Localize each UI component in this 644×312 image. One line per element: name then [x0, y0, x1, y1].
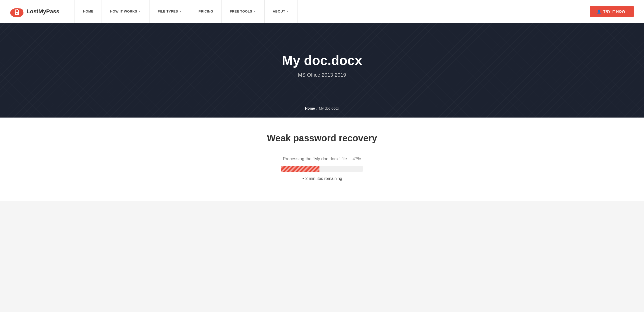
main-nav: HOME HOW IT WORKS ▼ FILE TYPES ▼ PRICING… — [75, 0, 589, 23]
progress-bar-fill — [281, 166, 319, 172]
breadcrumb-separator: / — [316, 106, 317, 110]
chevron-down-icon: ▼ — [139, 10, 141, 13]
logo-icon — [10, 6, 23, 17]
breadcrumb-home-link[interactable]: Home — [305, 106, 315, 110]
nav-item-home[interactable]: HOME — [75, 0, 102, 23]
progress-bar-container — [281, 166, 363, 172]
breadcrumb: Home / My doc.docx — [305, 106, 339, 110]
svg-rect-5 — [17, 13, 17, 14]
chevron-down-icon: ▼ — [179, 10, 182, 13]
hero-section: My doc.docx MS Office 2013-2019 Home / M… — [0, 23, 644, 118]
chevron-down-icon: ▼ — [287, 10, 289, 13]
nav-item-file-types[interactable]: FILE TYPES ▼ — [150, 0, 190, 23]
logo[interactable]: LostMyPass — [10, 6, 59, 17]
user-icon: 👤 — [597, 9, 601, 14]
nav-item-how-it-works[interactable]: HOW IT WORKS ▼ — [102, 0, 150, 23]
chevron-down-icon: ▼ — [254, 10, 256, 13]
section-title: Weak password recovery — [267, 133, 377, 144]
site-header: LostMyPass HOME HOW IT WORKS ▼ FILE TYPE… — [0, 0, 644, 23]
time-remaining-text: ~ 2 minutes remaining — [302, 176, 342, 181]
try-it-now-button[interactable]: 👤 TRY IT NOW! — [590, 6, 634, 17]
hero-title: My doc.docx — [282, 53, 362, 68]
nav-item-about[interactable]: ABOUT ▼ — [265, 0, 298, 23]
nav-item-pricing[interactable]: PRICING — [190, 0, 222, 23]
processing-area: Processing the "My doc.docx" file… 47% ~… — [245, 156, 399, 181]
hero-subtitle: MS Office 2013-2019 — [282, 72, 362, 78]
breadcrumb-current: My doc.docx — [319, 106, 339, 110]
nav-item-free-tools[interactable]: FREE TOOLS ▼ — [222, 0, 265, 23]
hero-content: My doc.docx MS Office 2013-2019 — [282, 53, 362, 88]
processing-text: Processing the "My doc.docx" file… 47% — [283, 156, 361, 161]
main-content: Weak password recovery Processing the "M… — [0, 118, 644, 201]
logo-text: LostMyPass — [27, 8, 59, 15]
